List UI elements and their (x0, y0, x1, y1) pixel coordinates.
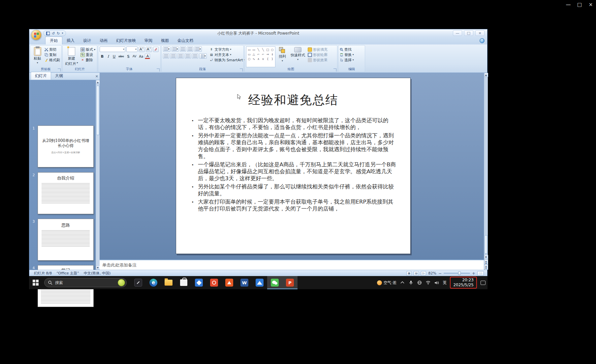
distribute-button[interactable] (192, 53, 198, 59)
current-slide[interactable]: 经验和避免总结 •一定不要太晚发货，我们因为晚发超时，有短时间被限流了，这个品类… (176, 78, 411, 254)
layout-button[interactable]: ▤版式▾ (80, 47, 95, 52)
shape-outline-button[interactable]: 形状轮廓 (308, 53, 328, 57)
taskbar-app-explorer[interactable] (161, 276, 176, 289)
taskbar-app-red[interactable] (206, 276, 222, 289)
font-size-combo[interactable]: ▾ (126, 46, 138, 52)
normal-view-button[interactable]: ▦ (406, 271, 412, 276)
office-button[interactable] (31, 30, 42, 40)
ime-indicator[interactable]: 英 (443, 280, 447, 286)
shape-fill-button[interactable]: 形状填充 (308, 47, 328, 52)
maximize-button[interactable]: □ (464, 30, 473, 36)
shapes-gallery[interactable]: ▭▭╲╲□○ ▭△⌐⌐⇒⇓ ○∿∧∨{} (246, 46, 275, 67)
clipboard-dialog-launcher-icon[interactable] (58, 69, 61, 71)
font-color-button[interactable]: A (145, 54, 150, 59)
align-text-button[interactable]: ▤对齐文本▾ (209, 53, 245, 57)
next-slide-button[interactable]: ▼▼ (484, 265, 488, 270)
main-scrollbar[interactable]: ▲ ▼ ▲▲ ▼▼ (484, 73, 488, 270)
slideshow-view-button[interactable]: ▷ (421, 271, 426, 276)
delete-slide-button[interactable]: ✕删除 (80, 58, 95, 62)
previous-slide-button[interactable]: ▲▲ (484, 259, 488, 265)
bullets-button[interactable]: ▾ (163, 46, 171, 52)
tab-animations[interactable]: 动画 (95, 37, 112, 44)
tab-review[interactable]: 审阅 (140, 37, 157, 44)
close-button[interactable]: × (475, 30, 485, 36)
format-painter-button[interactable]: 格式刷 (45, 58, 60, 62)
panel-close-icon[interactable]: × (95, 74, 98, 78)
zoom-slider-thumb[interactable] (458, 271, 461, 275)
outer-close-button[interactable]: × (587, 1, 594, 8)
slide-thumbnail-3[interactable]: 思路 (38, 219, 94, 261)
strikethrough-button[interactable]: abe (117, 54, 125, 59)
taskbar-app-wechat[interactable] (267, 276, 282, 289)
tab-home[interactable]: 开始 (45, 37, 62, 44)
clear-formatting-button[interactable] (153, 47, 159, 52)
panel-tab-slides[interactable]: 幻灯片 (31, 72, 51, 80)
align-center-button[interactable] (170, 53, 176, 59)
replace-button[interactable]: 替换▾ (340, 53, 354, 57)
line-spacing-button[interactable]: ▾ (194, 46, 202, 52)
notification-center-button[interactable] (480, 280, 486, 285)
weather-widget[interactable]: 空气·差 (377, 280, 397, 286)
align-left-button[interactable] (163, 53, 169, 59)
taskbar-app-ai[interactable] (131, 276, 146, 289)
text-shadow-button[interactable]: S (126, 54, 131, 59)
taskbar-search[interactable]: 搜索 (44, 278, 127, 287)
outer-minimize-button[interactable]: — (565, 1, 572, 8)
decrease-font-button[interactable]: A˅ (146, 47, 152, 52)
justify-button[interactable] (185, 53, 191, 59)
bold-button[interactable]: B (100, 54, 105, 59)
minimize-button[interactable]: — (453, 30, 462, 36)
taskbar-app-store[interactable] (176, 276, 191, 289)
taskbar-app-powerpoint[interactable]: P (282, 276, 298, 289)
taskbar-app-photos[interactable] (252, 276, 267, 289)
taskbar-app-word[interactable]: W (237, 276, 252, 289)
paste-button[interactable]: 粘贴▾ (32, 46, 43, 67)
volume-tray-button[interactable] (434, 280, 439, 285)
change-case-button[interactable]: Aa (138, 54, 144, 59)
zoom-in-button[interactable]: + (472, 271, 475, 276)
tab-kingsoft-docs[interactable]: 金山文档 (173, 37, 198, 44)
find-button[interactable]: 查找 (340, 47, 354, 52)
tab-insert[interactable]: 插入 (62, 37, 79, 44)
italic-button[interactable]: I (106, 54, 111, 59)
fit-to-window-button[interactable]: ⛶ (477, 271, 484, 276)
decrease-indent-button[interactable] (180, 46, 186, 52)
scroll-down-icon[interactable]: ▼ (96, 266, 100, 270)
tab-slideshow[interactable]: 幻灯片放映 (112, 37, 140, 44)
scroll-up-icon[interactable]: ▲ (96, 80, 100, 84)
tab-design[interactable]: 设计 (79, 37, 95, 44)
text-direction-button[interactable]: ⦀文字方向▾ (209, 47, 245, 52)
help-icon[interactable]: ? (480, 38, 485, 43)
character-spacing-button[interactable]: AV (132, 54, 138, 59)
paragraph-dialog-launcher-icon[interactable] (240, 69, 243, 71)
numbering-button[interactable]: ▾ (172, 46, 179, 52)
underline-button[interactable]: U (111, 54, 117, 59)
outer-maximize-button[interactable]: □ (576, 1, 583, 8)
convert-smartart-button[interactable]: ⤾转换为 SmartArt▾ (209, 58, 245, 62)
slide-thumbnail-1[interactable]: 从20到1000单的小红书增长小心得 选品×内容×直播×全案拆解 (38, 126, 94, 167)
tab-view[interactable]: 视图 (157, 37, 173, 44)
zoom-slider[interactable] (444, 273, 470, 274)
taskbar-app-edge[interactable]: e (146, 276, 161, 289)
align-right-button[interactable] (177, 53, 184, 59)
network-tray-button[interactable] (417, 280, 422, 285)
main-scroll-thumb[interactable] (485, 235, 488, 254)
taskbar-app-orange[interactable] (222, 276, 237, 289)
hidden-icons-button[interactable] (400, 280, 405, 285)
wifi-tray-button[interactable] (425, 280, 431, 285)
new-slide-button[interactable]: 新建 幻灯片▾ (64, 46, 79, 67)
increase-font-button[interactable]: A˄ (139, 47, 145, 52)
slide-thumbnail-2[interactable]: 自我介绍 (38, 172, 94, 214)
reset-button[interactable]: ↻重设 (80, 53, 95, 57)
increase-indent-button[interactable] (187, 46, 193, 52)
arrange-button[interactable]: 排列▾ (277, 46, 288, 67)
columns-button[interactable]: ▾ (199, 53, 207, 59)
zoom-out-button[interactable]: − (438, 271, 442, 276)
drawing-dialog-launcher-icon[interactable] (333, 69, 336, 71)
slide-body[interactable]: •一定不要太晚发货，我们因为晚发超时，有短时间被限流了，这个品类还可以的话，有信… (191, 117, 398, 212)
quick-styles-button[interactable]: 快速样式▾ (289, 46, 306, 67)
font-dialog-launcher-icon[interactable] (157, 69, 160, 71)
slide-title[interactable]: 经验和避免总结 (176, 92, 410, 108)
scroll-up-icon[interactable]: ▲ (484, 73, 488, 77)
font-name-combo[interactable]: ▾ (100, 46, 125, 52)
